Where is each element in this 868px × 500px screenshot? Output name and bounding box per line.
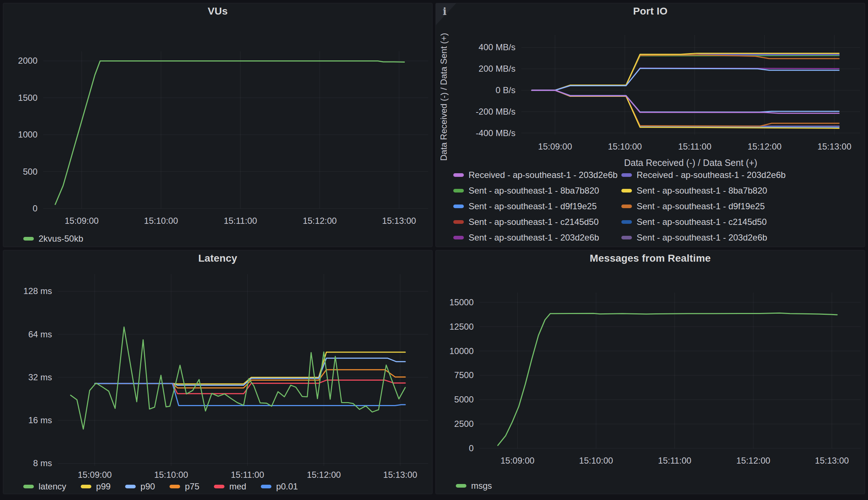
legend-marker [23,237,34,241]
legend-item-sent-ap-southeast-1-203d2e6b[interactable]: Sent - ap-southeast-1 - 203d2e6b [453,230,621,245]
y-tick-label: 16 ms [28,415,52,425]
portio-chart[interactable]: 400 MB/s200 MB/s0 B/s-200 MB/s-400 MB/s1… [436,19,865,170]
panel-title-messages[interactable]: Messages from Realtime [436,250,865,266]
x-tick-label: 15:13:00 [815,456,849,465]
panel-title-portio[interactable]: Port IO [436,3,865,19]
x-tick-label: 15:10:00 [608,142,642,151]
x-tick-label: 15:13:00 [817,142,851,151]
legend-marker [621,236,632,239]
legend-label: Received - ap-southeast-1 - 203d2e6b [469,170,618,180]
legend-item-latency[interactable]: latency [23,481,66,492]
legend-item-sent-ap-southeast-1-c2145d50[interactable]: Sent - ap-southeast-1 - c2145d50 [621,214,789,230]
y-tick-label: 32 ms [28,372,52,382]
y-tick-label: -400 MB/s [476,128,515,138]
y-axis-label: Data Received (-) / Data Sent (+) [439,33,449,161]
legend-label: Sent - ap-southeast-1 - c2145d50 [637,217,767,227]
legend-label: Received - ap-southeast-1 - 203d2e6b [637,170,786,180]
x-tick-label: 15:12:00 [303,216,337,226]
legend-item-sent-ap-southeast-1-203d2e6b[interactable]: Sent - ap-southeast-1 - 203d2e6b [621,230,789,245]
messages-legend: msgs [436,478,865,494]
x-tick-label: 15:09:00 [65,216,99,226]
legend-marker [453,205,464,208]
legend-label: Sent - ap-southeast-1 - 8ba7b820 [469,186,599,196]
legend-item-2kvus-50kb[interactable]: 2kvus-50kb [23,234,83,244]
x-tick-label: 15:09:00 [78,470,112,479]
legend-marker [621,189,632,193]
page-title: VUs [208,5,228,17]
legend-item-p75[interactable]: p75 [170,481,199,492]
panel-title-latency[interactable]: Latency [3,250,432,266]
legend-item-received-ap-southeast-1-203d2e6b[interactable]: Received - ap-southeast-1 - 203d2e6b [453,170,621,183]
latency-chart[interactable]: 8 ms16 ms32 ms64 ms128 ms15:09:0015:10:0… [3,266,432,479]
legend-item-msgs[interactable]: msgs [456,481,492,491]
y-tick-label: 128 ms [23,286,52,296]
legend-marker [125,485,136,488]
x-tick-label: 15:12:00 [748,142,781,151]
messages-chart[interactable]: 025005000750010000125001500015:09:0015:1… [436,266,865,478]
legend-item-p0.01[interactable]: p0.01 [261,481,298,492]
legend-label: Sent - ap-southeast-1 - 203d2e6b [469,233,599,243]
legend-item-sent-ap-southeast-1-8ba7b820[interactable]: Sent - ap-southeast-1 - 8ba7b820 [453,183,621,198]
x-tick-label: 15:09:00 [501,456,534,465]
y-tick-label: 0 [469,443,474,453]
legend-item-received-ap-southeast-1-203d2e6b[interactable]: Received - ap-southeast-1 - 203d2e6b [621,170,789,183]
y-tick-label: 500 [23,167,37,176]
x-tick-label: 15:12:00 [307,470,341,479]
legend-label: med [229,481,246,492]
panel-title-vus[interactable]: VUs [3,3,432,19]
y-tick-label: 0 [33,203,37,213]
y-tick-label: 10000 [449,346,474,356]
x-tick-label: 15:11:00 [224,216,257,226]
legend-item-med[interactable]: med [214,481,246,492]
x-tick-label: 15:13:00 [383,470,417,479]
panel-portio: i Port IO 400 MB/s200 MB/s0 B/s-200 MB/s… [435,3,865,247]
portio-svg: 400 MB/s200 MB/s0 B/s-200 MB/s-400 MB/s1… [436,19,865,170]
legend-label: 2kvus-50kb [39,234,83,244]
y-tick-label: 15000 [449,297,474,307]
x-tick-label: 15:13:00 [382,216,416,226]
y-tick-label: 64 ms [28,329,52,339]
legend-marker [23,485,34,488]
series-recv-203d2e6b-neg2 [532,90,839,112]
legend-marker [621,205,632,208]
legend-label: p75 [185,481,199,492]
series-sent-203d2e6b-pos [532,68,839,90]
legend-item-sent-ap-southeast-1-c2145d50[interactable]: Sent - ap-southeast-1 - c2145d50 [453,214,621,230]
y-tick-label: 400 MB/s [479,42,515,52]
legend-marker [453,189,464,193]
y-tick-label: 200 MB/s [479,64,515,74]
vus-svg: 050010001500200015:09:0015:10:0015:11:00… [3,19,432,231]
series-p0.01 [95,384,406,406]
legend-marker [214,485,224,488]
legend-item-sent-ap-southeast-1-d9f19e25[interactable]: Sent - ap-southeast-1 - d9f19e25 [621,198,789,214]
legend-label: Sent - ap-southeast-1 - d9f19e25 [469,201,597,211]
legend-label: latency [39,481,66,492]
legend-marker [261,485,271,488]
x-tick-label: 15:11:00 [231,470,264,479]
series-recv-203d2e6b-neg [532,90,839,113]
series-recv-203d2e6b-pos2 [532,68,839,90]
x-tick-label: 15:11:00 [678,142,712,151]
x-axis-label: Data Received (-) / Data Sent (+) [624,158,757,168]
y-tick-label: 2000 [18,56,37,66]
portio-legend-grid: Received - ap-southeast-1 - 203d2e6bRece… [453,170,865,245]
legend-item-p99[interactable]: p99 [81,481,111,492]
latency-svg: 8 ms16 ms32 ms64 ms128 ms15:09:0015:10:0… [3,266,432,479]
panel-info-corner[interactable] [436,3,456,25]
legend-label: p0.01 [276,481,298,492]
legend-item-sent-ap-southeast-1-8ba7b820[interactable]: Sent - ap-southeast-1 - 8ba7b820 [621,183,789,198]
legend-marker [456,484,466,488]
x-tick-label: 15:09:00 [538,142,572,151]
legend-marker [453,236,464,239]
legend-item-p90[interactable]: p90 [125,481,155,492]
legend-item-sent-ap-southeast-1-d9f19e25[interactable]: Sent - ap-southeast-1 - d9f19e25 [453,198,621,214]
y-tick-label: 1000 [18,130,37,139]
legend-label: msgs [471,481,492,491]
y-tick-label: 0 B/s [495,85,515,95]
legend-label: p90 [140,481,155,492]
y-tick-label: 1500 [18,93,37,103]
series-2kvus-50kb [55,61,405,204]
vus-chart[interactable]: 050010001500200015:09:0015:10:0015:11:00… [3,19,432,231]
legend-marker [453,173,464,177]
panel-vus: VUs 050010001500200015:09:0015:10:0015:1… [3,3,433,247]
